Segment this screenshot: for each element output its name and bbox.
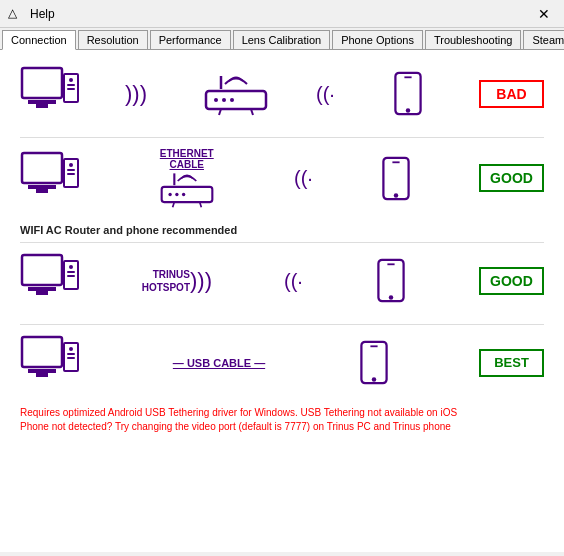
svg-point-23 [69, 163, 73, 167]
phone-icon-ethernet [380, 156, 412, 201]
svg-rect-1 [28, 100, 56, 104]
svg-rect-51 [36, 373, 48, 377]
connection-row-usb: — USB CABLE — BEST [20, 329, 544, 396]
wifi-out-icon-hotspot: ))) [190, 266, 222, 296]
wifi-out-icon-wifi: ))) [125, 79, 155, 109]
svg-point-10 [214, 98, 218, 102]
tab-troubleshooting[interactable]: Troubleshooting [425, 30, 521, 49]
wifi-in-icon-wifi: ((· [316, 79, 346, 109]
svg-rect-54 [67, 353, 75, 355]
svg-text:((·: ((· [316, 83, 335, 105]
tab-lens-calibration[interactable]: Lens Calibration [233, 30, 331, 49]
pc-icon-wifi [20, 66, 80, 121]
svg-point-4 [69, 78, 73, 82]
svg-rect-0 [22, 68, 62, 98]
phone-icon-usb [358, 340, 390, 385]
svg-point-12 [230, 98, 234, 102]
svg-point-30 [182, 193, 185, 196]
hotspot-label: TRINUSHOTSPOT [142, 268, 190, 294]
badge-hotspot: GOOD [479, 267, 544, 295]
main-content: ))) ((· BAD [0, 50, 564, 552]
svg-rect-21 [36, 189, 48, 193]
svg-point-53 [69, 347, 73, 351]
phone-icon-wifi [392, 71, 424, 116]
wifi-in-icon-ethernet: ((· [294, 163, 324, 193]
svg-rect-55 [67, 357, 75, 359]
badge-usb: BEST [479, 349, 544, 377]
svg-text:((·: ((· [294, 167, 313, 189]
connection-row-wifi: ))) ((· BAD [20, 60, 544, 127]
usb-cable-label: — USB CABLE — [159, 357, 279, 369]
router-icon-wifi [201, 71, 271, 116]
svg-rect-38 [28, 287, 56, 291]
app-icon: △ [8, 6, 24, 22]
phone-icon-hotspot [375, 258, 407, 303]
svg-point-48 [389, 295, 394, 300]
pc-icon-usb [20, 335, 80, 390]
ethernet-label: ETHERNETCABLE [160, 148, 214, 170]
ethernet-middle: ETHERNETCABLE [137, 148, 237, 208]
svg-rect-2 [36, 104, 48, 108]
pc-icon-ethernet [20, 151, 80, 206]
window-title: Help [30, 7, 532, 21]
svg-text:))): ))) [190, 268, 212, 293]
svg-point-29 [175, 193, 178, 196]
svg-rect-6 [67, 88, 75, 90]
svg-point-58 [372, 377, 377, 382]
svg-rect-24 [67, 169, 75, 171]
usb-bottom-note: Requires optimized Android USB Tethering… [20, 406, 544, 434]
svg-rect-16 [395, 73, 420, 114]
hotspot-middle: TRINUSHOTSPOT ))) [142, 266, 222, 296]
svg-rect-46 [379, 260, 404, 301]
tab-bar: Connection Resolution Performance Lens C… [0, 28, 564, 50]
svg-point-36 [394, 193, 399, 198]
connection-row-hotspot: TRINUSHOTSPOT ))) ((· GOOD [20, 247, 544, 314]
close-button[interactable]: ✕ [532, 2, 556, 26]
svg-rect-39 [36, 291, 48, 295]
svg-rect-49 [22, 337, 62, 367]
connection-row-ethernet: ETHERNETCABLE ((· [20, 142, 544, 214]
svg-rect-37 [22, 255, 62, 285]
tab-phone-options[interactable]: Phone Options [332, 30, 423, 49]
svg-point-28 [168, 193, 171, 196]
tab-resolution[interactable]: Resolution [78, 30, 148, 49]
svg-rect-19 [22, 153, 62, 183]
svg-rect-5 [67, 84, 75, 86]
tab-performance[interactable]: Performance [150, 30, 231, 49]
svg-rect-42 [67, 271, 75, 273]
router-icon-ethernet [157, 170, 217, 208]
badge-ethernet: GOOD [479, 164, 544, 192]
svg-rect-50 [28, 369, 56, 373]
connection-section-ethernet: ETHERNETCABLE ((· [20, 142, 544, 236]
badge-wifi: BAD [479, 80, 544, 108]
svg-rect-34 [384, 157, 409, 198]
pc-icon-hotspot [20, 253, 80, 308]
wifi-in-icon-hotspot: ((· [284, 266, 314, 296]
svg-text:))): ))) [125, 81, 147, 106]
svg-rect-56 [361, 342, 386, 383]
svg-text:((·: ((· [284, 270, 303, 292]
svg-point-11 [222, 98, 226, 102]
svg-rect-20 [28, 185, 56, 189]
svg-point-41 [69, 265, 73, 269]
tab-connection[interactable]: Connection [2, 30, 76, 50]
title-bar: △ Help ✕ [0, 0, 564, 28]
wifi-ac-note: WIFI AC Router and phone recommended [20, 224, 544, 236]
tab-steamvr[interactable]: SteamVR [523, 30, 564, 49]
svg-point-18 [405, 108, 410, 113]
svg-rect-43 [67, 275, 75, 277]
svg-rect-25 [67, 173, 75, 175]
connection-section-usb: — USB CABLE — BEST Requires optimized An… [20, 329, 544, 434]
